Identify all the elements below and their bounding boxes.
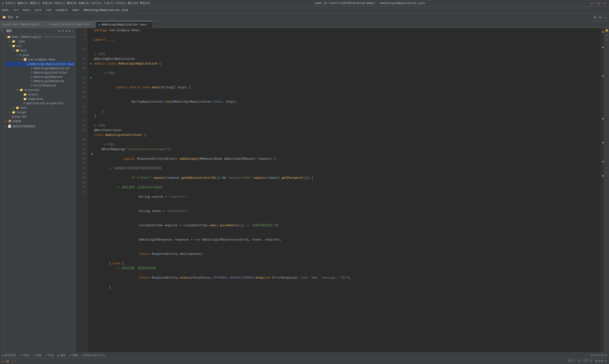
warning-marker-6 [602,161,604,162]
tree-item-idea[interactable]: ► 📁 .idea [4,39,75,44]
project-dropdown[interactable]: ▼ [15,15,19,20]
menu-code[interactable]: 代码(C) [54,1,65,5]
tree-label-external: 外部库 [13,119,21,123]
todo-label: TODO [22,354,29,357]
run-icon-16[interactable]: ▶ [90,76,92,80]
breadcrumb-demo[interactable]: demo [2,9,9,12]
tree-item-external-libs[interactable]: ► 📦 外部库 [4,119,75,124]
bottom-tab-problems[interactable]: ⚠ 问题 [33,353,41,357]
breadcrumb-file[interactable]: AdminLoginApplication.java [83,9,128,12]
sidebar-layout-icon[interactable]: ☷ [61,29,64,33]
code-view[interactable]: 1 2 3 12 13 14 15 16 17 18 19 20 21 22 [76,28,604,352]
sidebar-settings-icon[interactable]: ⚙ [58,29,60,33]
fold-icon-27[interactable]: ⁻ [91,171,92,176]
tree-item-response[interactable]: C AdminLoginResponse [4,79,75,83]
bottom-tab-vcs[interactable]: ● 版本控制 [2,353,16,357]
class-icon-ctrl: C [31,71,33,75]
sidebar-expand-icon[interactable]: ⊕ [65,29,67,33]
right-settings-icon[interactable]: ⚙ [606,34,607,37]
tree-item-scratch[interactable]: ► 📝 临时文件和控制台 [4,124,75,129]
tree-item-src[interactable]: ▼ 📁 src [4,44,75,48]
run-icon-14[interactable]: ▶ [90,61,92,66]
menu-run[interactable]: 运行(U) [91,1,102,5]
fold-icon-34[interactable]: ⁻ [91,261,92,266]
menu-file[interactable]: 文件(F) [5,1,16,5]
tree-item-error-response[interactable]: C ErrorResponse [4,83,75,88]
app-logo: ◆ [2,1,4,5]
tree-item-test[interactable]: ► 📁 test [4,106,75,110]
fold-icon-16[interactable]: ⁻ [92,76,93,80]
tree-item-templates[interactable]: 📁 templates [4,97,75,101]
breadcrumb-com[interactable]: com [46,9,51,12]
bottom-tab-dependencies[interactable]: ● Dependencies [82,354,105,357]
bottom-tab-todo[interactable]: □ TODO [20,354,29,357]
tree-item-java-folder[interactable]: ▼ ◆ java [4,53,75,57]
tree-item-admin-app-class[interactable]: C AdminLoginApplication [4,66,75,71]
breadcrumb-java[interactable]: java [35,9,41,12]
breadcrumb-example[interactable]: example [56,9,67,12]
marker-25: @ [91,152,93,156]
code-line-21: @RestController [90,128,599,133]
menu-window[interactable]: 窗口(W) [128,1,138,5]
menu-help[interactable]: 帮助(H) [140,1,151,5]
tree-label-response: AdminLoginResponse [34,80,65,83]
menu-edit[interactable]: 编辑(E) [17,1,28,5]
fold-icon-14[interactable]: ⁻ [92,61,93,66]
tree-item-pom[interactable]: m pom.xml [4,115,75,119]
fold-icon-3[interactable]: — [91,38,92,42]
tab-pom-xml-close[interactable]: ✕ [42,23,43,26]
tree-item-root[interactable]: ▼ 📁 demo [AdminLogin] C:\Users\LEGION\De… [4,35,75,39]
warning-count[interactable]: ⚠ 14 [2,360,9,363]
tree-item-static[interactable]: 📁 static [4,92,75,97]
menu-nav[interactable]: 导航(N) [42,1,53,5]
breadcrumb-demo2[interactable]: demo [72,9,79,12]
bottom-tab-terminal[interactable]: > 终端 [45,353,53,357]
right-layout-icon[interactable]: ☷ [606,39,608,41]
menu-build[interactable]: 构建(B) [79,1,90,5]
tree-item-main[interactable]: ▼ 📁 main [4,48,75,53]
fold-icon-19[interactable]: ⁻ [91,114,92,118]
tree-item-package[interactable]: ▼ 📀 com.example.demo [4,57,75,62]
tree-item-resources[interactable]: ▼ 📁 resources [4,88,75,92]
close-button[interactable]: ✕ [602,1,607,5]
tree-item-app-prop[interactable]: ■ application.properties [4,101,75,106]
tab-admin-login-close[interactable]: ✕ [148,23,149,26]
settings-icon[interactable]: ⚙ [593,15,597,20]
statusbar: ⚠ 14 ✕ 1 20:1 LF UTF-8 制表符:4 [0,358,609,364]
fold-icon-22[interactable]: ⁻ [91,133,92,138]
layout-icon[interactable]: ☷ [598,15,603,20]
menu-view[interactable]: 视图(V) [30,1,41,5]
fold-icon-18[interactable]: ⁻ [91,109,92,114]
sidebar-close-icon[interactable]: — [72,29,74,33]
minimize-button[interactable]: — [589,1,595,5]
bottom-tab-services[interactable]: ▶ 服务 [58,353,66,357]
tree-item-admin-app[interactable]: ◆ AdminLoginApplication.java [4,62,75,66]
activity-project[interactable]: ☰ [1,29,3,32]
menu-refactor[interactable]: 重构(R) [67,1,78,5]
right-notifications-icon[interactable]: 🔔 [605,29,608,32]
cursor-position: 20:1 [568,359,574,363]
sidebar-collapse-icon[interactable]: ⊖ [69,29,70,33]
menu-vcs[interactable]: VCS(S) [116,2,126,5]
format[interactable]: 制表符:4 [595,359,607,363]
menu-tools[interactable]: 工具(T) [104,1,115,5]
tab-admin-login[interactable]: ◆ AdminLoginApplication.java ✕ [96,21,152,28]
tree-item-request[interactable]: C AdminLoginRequest [4,75,75,79]
minimize-panel-icon[interactable]: — [604,15,608,20]
maximize-button[interactable]: □ [597,1,600,5]
breadcrumb-src[interactable]: src [13,9,19,12]
code-line-32: AdminLoginResponse response = new AdminL… [90,233,599,247]
bottom-tab-build[interactable]: ● 构建 [70,353,78,357]
tab-properties[interactable]: ■ application.properties ✕ [46,21,96,28]
tree-item-target[interactable]: ► 📁 target [4,110,75,115]
target-folder-icon: 📁 [12,111,15,114]
tab-properties-close[interactable]: ✕ [91,23,93,26]
tree-item-controller[interactable]: C AdminLoginController [4,71,75,75]
tab-pom-xml[interactable]: m pom.xml (AdminLogin) ✕ [0,21,46,28]
line-ending[interactable]: LF [577,359,581,363]
breadcrumb-main[interactable]: main [23,9,30,12]
error-count[interactable]: ✕ 1 [12,360,17,363]
tree-label-request: AdminLoginRequest [34,75,63,79]
code-editor[interactable]: package com.example.demo; — import ...; [88,28,601,352]
encoding[interactable]: UTF-8 [584,359,592,363]
